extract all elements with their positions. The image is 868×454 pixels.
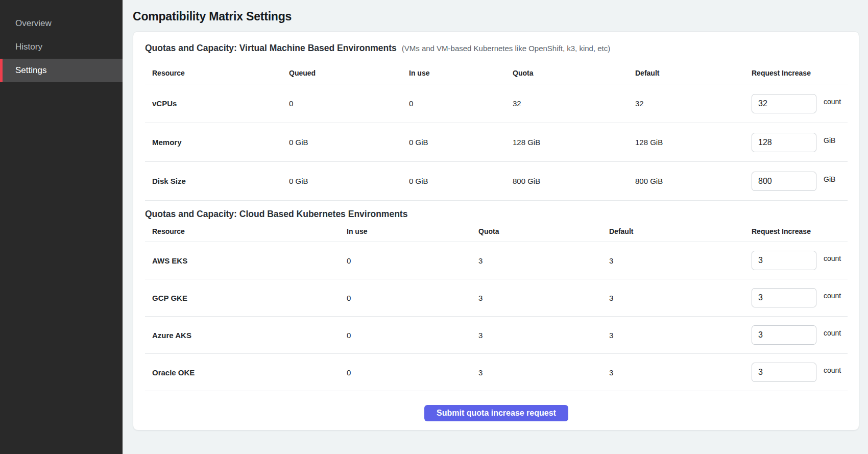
unit-label: count <box>824 329 841 337</box>
default-value: 32 <box>635 99 752 108</box>
sidebar-item-label: Overview <box>15 18 52 29</box>
submit-row: Submit quota increase request <box>145 391 848 421</box>
col-header-resource: Resource <box>145 227 347 235</box>
cloud-section-header: Quotas and Capacity: Cloud Based Kuberne… <box>145 209 848 220</box>
col-header-default: Default <box>609 227 752 235</box>
resource-label: Disk Size <box>145 177 289 185</box>
sidebar-item-overview[interactable]: Overview <box>0 12 123 35</box>
vcpus-request-input[interactable] <box>752 94 816 113</box>
quota-value: 800 GiB <box>513 177 635 185</box>
azure-aks-request-input[interactable] <box>752 325 816 345</box>
quota-value: 32 <box>513 99 635 108</box>
queued-value: 0 GiB <box>289 138 409 147</box>
quota-value: 3 <box>478 368 609 377</box>
col-header-request-increase: Request Increase <box>752 227 848 235</box>
sidebar-item-history[interactable]: History <box>0 35 123 59</box>
default-value: 3 <box>609 368 752 377</box>
vm-section-title: Quotas and Capacity: Virtual Machine Bas… <box>145 43 397 54</box>
col-header-default: Default <box>635 69 752 77</box>
submit-quota-request-button[interactable]: Submit quota increase request <box>424 405 568 421</box>
resource-label: vCPUs <box>145 99 289 108</box>
col-header-queued: Queued <box>289 69 409 77</box>
resource-label: GCP GKE <box>145 294 347 302</box>
table-row-disk-size: Disk Size 0 GiB 0 GiB 800 GiB 800 GiB Gi… <box>145 162 848 201</box>
oracle-oke-request-input[interactable] <box>752 363 816 382</box>
table-row-oracle-oke: Oracle OKE 0 3 3 count <box>145 354 848 391</box>
unit-label: count <box>824 98 841 106</box>
cloud-table-header: Resource In use Quota Default Request In… <box>145 220 848 242</box>
table-row-aws-eks: AWS EKS 0 3 3 count <box>145 242 848 279</box>
quota-value: 3 <box>478 256 609 265</box>
default-value: 3 <box>609 256 752 265</box>
in-use-value: 0 <box>409 99 513 108</box>
queued-value: 0 <box>289 99 409 108</box>
col-header-in-use: In use <box>409 69 513 77</box>
col-header-in-use: In use <box>347 227 478 235</box>
in-use-value: 0 GiB <box>409 177 513 185</box>
col-header-quota: Quota <box>513 69 635 77</box>
memory-request-input[interactable] <box>752 133 816 152</box>
sidebar-item-label: Settings <box>15 65 46 76</box>
in-use-value: 0 <box>347 256 478 265</box>
unit-label: GiB <box>824 136 835 145</box>
cloud-section-title: Quotas and Capacity: Cloud Based Kuberne… <box>145 209 407 220</box>
col-header-resource: Resource <box>145 69 289 77</box>
unit-label: count <box>824 254 841 262</box>
disk-size-request-input[interactable] <box>752 172 816 191</box>
default-value: 3 <box>609 331 752 340</box>
vm-section-header: Quotas and Capacity: Virtual Machine Bas… <box>145 43 848 54</box>
table-row-vcpus: vCPUs 0 0 32 32 count <box>145 84 848 123</box>
main-content: Compatibility Matrix Settings Quotas and… <box>123 0 868 441</box>
sidebar-item-settings[interactable]: Settings <box>0 59 123 82</box>
resource-label: Azure AKS <box>145 331 347 340</box>
col-header-request-increase: Request Increase <box>752 69 848 77</box>
table-row-azure-aks: Azure AKS 0 3 3 count <box>145 317 848 354</box>
unit-label: count <box>824 366 841 374</box>
default-value: 3 <box>609 294 752 302</box>
resource-label: Oracle OKE <box>145 368 347 377</box>
aws-eks-request-input[interactable] <box>752 251 816 270</box>
in-use-value: 0 <box>347 368 478 377</box>
resource-label: Memory <box>145 138 289 147</box>
gcp-gke-request-input[interactable] <box>752 288 816 307</box>
quota-value: 128 GiB <box>513 138 635 147</box>
default-value: 800 GiB <box>635 177 752 185</box>
in-use-value: 0 GiB <box>409 138 513 147</box>
in-use-value: 0 <box>347 331 478 340</box>
page-title: Compatibility Matrix Settings <box>133 10 859 23</box>
vm-table-header: Resource Queued In use Quota Default Req… <box>145 54 848 84</box>
table-row-memory: Memory 0 GiB 0 GiB 128 GiB 128 GiB GiB <box>145 123 848 162</box>
vm-section-subtitle: (VMs and VM-based Kubernetes like OpenSh… <box>402 44 611 53</box>
resource-label: AWS EKS <box>145 256 347 265</box>
quota-value: 3 <box>478 294 609 302</box>
quota-settings-card: Quotas and Capacity: Virtual Machine Bas… <box>133 31 859 431</box>
queued-value: 0 GiB <box>289 177 409 185</box>
unit-label: GiB <box>824 175 835 183</box>
in-use-value: 0 <box>347 294 478 302</box>
default-value: 128 GiB <box>635 138 752 147</box>
sidebar: Overview History Settings <box>0 0 123 454</box>
sidebar-item-label: History <box>15 42 42 52</box>
table-row-gcp-gke: GCP GKE 0 3 3 count <box>145 279 848 317</box>
unit-label: count <box>824 292 841 300</box>
col-header-quota: Quota <box>478 227 609 235</box>
quota-value: 3 <box>478 331 609 340</box>
